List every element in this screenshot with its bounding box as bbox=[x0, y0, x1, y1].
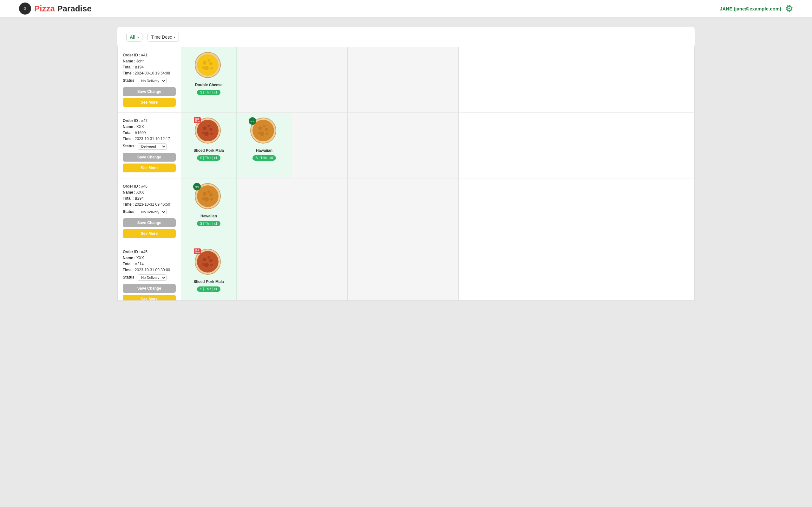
pizza-cell-empty-3-3 bbox=[348, 244, 403, 301]
save-change-button[interactable]: Save Change bbox=[123, 87, 176, 96]
pizza-tags: SThinx1 bbox=[197, 155, 221, 161]
pizza-cell-empty-1-3 bbox=[348, 113, 403, 178]
crust-tag: Thin bbox=[205, 222, 212, 225]
order-time-label: Time : 2023-10-31 09:46:50 bbox=[123, 202, 176, 207]
new-badge: new bbox=[193, 183, 201, 190]
pizza-name: Sliced Pork Mala bbox=[194, 279, 223, 284]
order-id-label: Order ID : #46 bbox=[123, 184, 176, 188]
hot-badge: HotNew bbox=[194, 248, 201, 254]
svg-point-36 bbox=[204, 263, 209, 267]
svg-point-30 bbox=[202, 198, 205, 200]
pizza-cell-empty-2-2 bbox=[292, 178, 348, 244]
pizza-image-container: HotNew bbox=[194, 248, 223, 277]
qty-tag: x1 bbox=[214, 91, 217, 94]
size-tag: S bbox=[256, 156, 259, 160]
status-row: Status : No DeliveryDeliveredPending bbox=[123, 274, 176, 281]
order-time-label: Time : 2023-10-31 10:12:17 bbox=[123, 136, 176, 141]
category-arrow: ▾ bbox=[137, 36, 139, 39]
pizza-name: Sliced Pork Mala bbox=[194, 148, 223, 153]
order-total-label: Total : ฿214 bbox=[123, 262, 176, 266]
order-info-1: Order ID : #47 Name : XXX Total : ฿1609 … bbox=[118, 113, 181, 178]
status-select[interactable]: No DeliveryDeliveredPending bbox=[138, 78, 166, 84]
order-name-label: Name : XXX bbox=[123, 190, 176, 194]
pizza-name: Double Cheese bbox=[195, 83, 223, 87]
save-change-button[interactable]: Save Change bbox=[123, 218, 176, 227]
svg-point-9 bbox=[197, 120, 218, 141]
orders-list[interactable]: Order ID : #41 Name : John Total : ฿194 … bbox=[117, 47, 695, 301]
svg-point-37 bbox=[210, 264, 213, 266]
order-time-label: Time : 2024-08-16 19:54:08 bbox=[123, 71, 176, 75]
pizza-cell-empty-3-1 bbox=[237, 244, 292, 301]
order-items-3: HotNewSliced Pork MalaSThinx1 bbox=[181, 244, 694, 301]
pizza-cell-1-0: HotNewSliced Pork MalaSThinx1 bbox=[181, 113, 237, 178]
pizza-cell-empty-0-1 bbox=[237, 47, 292, 112]
pizza-image-container: new bbox=[194, 183, 223, 211]
svg-point-21 bbox=[266, 132, 268, 135]
new-badge: new bbox=[249, 117, 256, 125]
category-filter[interactable]: All ▾ bbox=[126, 33, 142, 42]
order-name-label: Name : John bbox=[123, 59, 176, 63]
pizza-cell-1-1: newHawaiianSThinx8 bbox=[237, 113, 292, 178]
order-name-label: Name : XXX bbox=[123, 124, 176, 129]
order-row: Order ID : #46 Name : XXX Total : ฿294 T… bbox=[118, 178, 694, 244]
header: G Pizza Paradise JANE (jane@example.com)… bbox=[0, 0, 812, 17]
status-row: Status : No DeliveryDeliveredPending bbox=[123, 77, 176, 84]
qty-tag: x1 bbox=[214, 156, 217, 160]
status-select[interactable]: No DeliveryDeliveredPending bbox=[138, 274, 166, 281]
sort-filter[interactable]: Time Desc ▾ bbox=[148, 33, 179, 42]
pizza-tags: SThinx1 bbox=[197, 90, 221, 95]
pizza-cell-empty-3-4 bbox=[403, 244, 459, 301]
svg-point-39 bbox=[207, 256, 210, 259]
pizza-tags: SThinx1 bbox=[197, 221, 221, 226]
see-more-button[interactable]: See More bbox=[123, 164, 176, 172]
main-content: All ▾ Time Desc ▾ Order ID : #41 Name : … bbox=[0, 17, 812, 310]
status-label: Status : bbox=[123, 210, 136, 214]
see-more-button[interactable]: See More bbox=[123, 295, 176, 301]
pizza-name: Hawaiian bbox=[200, 214, 217, 218]
user-info: JANE (jane@example.com) ⚙ bbox=[720, 3, 793, 14]
order-id-label: Order ID : #47 bbox=[123, 118, 176, 123]
svg-point-23 bbox=[263, 125, 265, 127]
status-select[interactable]: No DeliveryDeliveredPending bbox=[138, 209, 166, 215]
save-change-button[interactable]: Save Change bbox=[123, 153, 176, 162]
order-total-label: Total : ฿194 bbox=[123, 65, 176, 69]
pizza-cell-empty-2-1 bbox=[237, 178, 292, 244]
app-title: Pizza Paradise bbox=[34, 4, 92, 14]
svg-point-29 bbox=[210, 198, 213, 201]
pizza-cell-empty-2-3 bbox=[348, 178, 403, 244]
svg-point-27 bbox=[209, 193, 212, 196]
order-items-1: HotNewSliced Pork MalaSThinx1 newHawaiia… bbox=[181, 113, 694, 178]
order-total-label: Total : ฿1609 bbox=[123, 130, 176, 135]
logo-icon: G bbox=[19, 3, 31, 14]
svg-point-38 bbox=[202, 263, 205, 266]
svg-point-1 bbox=[197, 54, 218, 76]
pizza-cell-empty-1-2 bbox=[292, 113, 348, 178]
save-change-button[interactable]: Save Change bbox=[123, 284, 176, 293]
pizza-cell-empty-0-2 bbox=[292, 47, 348, 112]
sort-arrow: ▾ bbox=[174, 36, 175, 39]
crust-tag: Thin bbox=[260, 156, 268, 160]
order-row: Order ID : #45 Name : XXX Total : ฿214 T… bbox=[118, 244, 694, 301]
pizza-cell-0-0: Double CheeseSThinx1 bbox=[181, 47, 237, 112]
pizza-cell-empty-0-4 bbox=[403, 47, 459, 112]
svg-point-6 bbox=[202, 66, 205, 69]
svg-point-12 bbox=[204, 131, 209, 136]
order-time-label: Time : 2023-10-31 09:30:00 bbox=[123, 268, 176, 272]
order-row: Order ID : #41 Name : John Total : ฿194 … bbox=[118, 47, 694, 113]
status-select[interactable]: No DeliveryDeliveredPending bbox=[138, 143, 166, 150]
svg-point-5 bbox=[210, 67, 213, 69]
see-more-button[interactable]: See More bbox=[123, 229, 176, 238]
svg-point-3 bbox=[209, 62, 212, 65]
see-more-button[interactable]: See More bbox=[123, 98, 176, 107]
settings-icon[interactable]: ⚙ bbox=[785, 3, 793, 14]
svg-point-31 bbox=[207, 190, 210, 193]
order-name-label: Name : XXX bbox=[123, 256, 176, 260]
pizza-cell-empty-3-2 bbox=[292, 244, 348, 301]
svg-point-10 bbox=[203, 126, 206, 130]
svg-point-28 bbox=[204, 197, 209, 202]
order-id-label: Order ID : #45 bbox=[123, 250, 176, 254]
order-row: Order ID : #47 Name : XXX Total : ฿1609 … bbox=[118, 113, 694, 178]
status-row: Status : No DeliveryDeliveredPending bbox=[123, 208, 176, 215]
qty-tag: x8 bbox=[270, 156, 273, 160]
filters-bar: All ▾ Time Desc ▾ bbox=[117, 27, 695, 47]
